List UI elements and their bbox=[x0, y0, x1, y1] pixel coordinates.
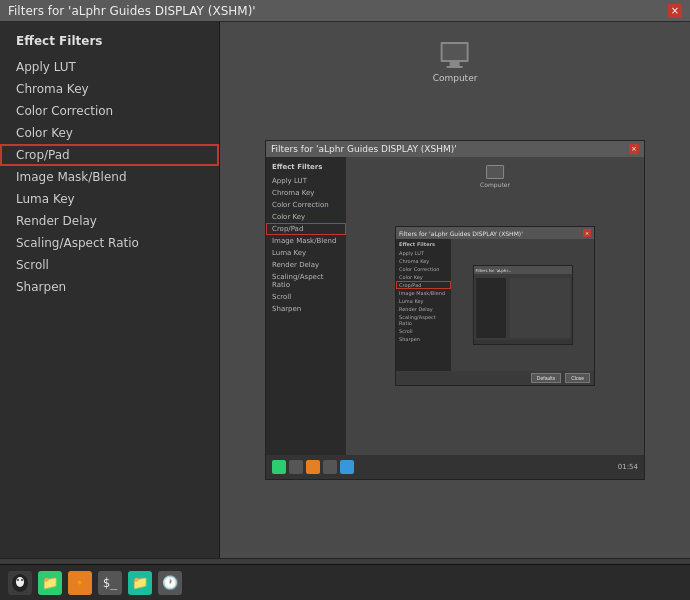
taskbar-icon-penguin[interactable] bbox=[8, 571, 32, 595]
window-title: Filters for 'aLphr Guides DISPLAY (XSHM)… bbox=[8, 4, 256, 18]
penguin-icon bbox=[10, 573, 30, 593]
inner-item-image-mask-blend[interactable]: Image Mask/Blend bbox=[266, 235, 346, 247]
mini-item-4[interactable]: Color Key bbox=[396, 273, 451, 281]
sidebar-item-apply-lut[interactable]: Apply LUT bbox=[0, 56, 219, 78]
mini-item-10[interactable]: Scroll bbox=[396, 327, 451, 335]
orange-icon: 🔸 bbox=[72, 575, 88, 590]
inner-tb-icon-4[interactable] bbox=[323, 460, 337, 474]
sidebar-item-render-delay[interactable]: Render Delay bbox=[0, 210, 219, 232]
inner-tb-icon-2[interactable] bbox=[289, 460, 303, 474]
system-taskbar: 📁 🔸 $_ 📁 🕐 bbox=[0, 564, 690, 600]
sidebar-item-color-correction[interactable]: Color Correction bbox=[0, 100, 219, 122]
mini-dialog: Filters for 'aLphr Guides DISPLAY (XSHM)… bbox=[395, 226, 595, 386]
sidebar-item-image-mask-blend[interactable]: Image Mask/Blend bbox=[0, 166, 219, 188]
effect-filters-sidebar: Effect Filters Apply LUT Chroma Key Colo… bbox=[0, 22, 220, 558]
title-bar: Filters for 'aLphr Guides DISPLAY (XSHM)… bbox=[0, 0, 690, 22]
inner-right-section: 01:54 bbox=[618, 463, 638, 471]
taskbar-icon-orange[interactable]: 🔸 bbox=[68, 571, 92, 595]
mini-dialog-buttons: Defaults Close bbox=[396, 371, 594, 385]
inner-item-sharpen[interactable]: Sharpen bbox=[266, 303, 346, 315]
inner-sidebar-title: Effect Filters bbox=[266, 161, 346, 175]
monitor-screen bbox=[441, 42, 469, 62]
dialog-body: Effect Filters Apply LUT Chroma Key Colo… bbox=[0, 22, 690, 558]
sidebar-item-sharpen[interactable]: Sharpen bbox=[0, 276, 219, 298]
inner-title-bar: Filters for 'aLphr Guides DISPLAY (XSHM)… bbox=[266, 141, 644, 157]
terminal-icon: $_ bbox=[103, 576, 117, 590]
sidebar-title: Effect Filters bbox=[0, 30, 219, 56]
monitor-base bbox=[447, 66, 463, 68]
inner-time-text: 01:54 bbox=[618, 463, 638, 471]
mini-main-area: Filters for 'aLphr... bbox=[451, 239, 594, 371]
inner-tb-icon-5[interactable] bbox=[340, 460, 354, 474]
mini-item-8[interactable]: Render Delay bbox=[396, 305, 451, 313]
sidebar-item-luma-key[interactable]: Luma Key bbox=[0, 188, 219, 210]
main-preview-area: Computer Filters for 'aLphr Guides DISPL… bbox=[220, 22, 690, 558]
inner-dialog-body: Effect Filters Apply LUT Chroma Key Colo… bbox=[266, 157, 644, 455]
inner-item-luma-key[interactable]: Luma Key bbox=[266, 247, 346, 259]
sidebar-item-scaling-aspect-ratio[interactable]: Scaling/Aspect Ratio bbox=[0, 232, 219, 254]
mini-item-9[interactable]: Scaling/Aspect Ratio bbox=[396, 313, 451, 327]
inner-item-color-correction[interactable]: Color Correction bbox=[266, 199, 346, 211]
files-icon: 📁 bbox=[42, 575, 58, 590]
inner-title-text: Filters for 'aLphr Guides DISPLAY (XSHM)… bbox=[271, 144, 457, 154]
mini-inner-dialog: Filters for 'aLphr... bbox=[473, 265, 573, 345]
inner-item-render-delay[interactable]: Render Delay bbox=[266, 259, 346, 271]
mini-close-icon[interactable]: × bbox=[583, 229, 591, 237]
desktop-icon-label: Computer bbox=[433, 73, 478, 83]
mini-defaults-button[interactable]: Defaults bbox=[531, 373, 561, 383]
inner-item-color-key[interactable]: Color Key bbox=[266, 211, 346, 223]
inner-item-scaling-aspect-ratio[interactable]: Scaling/Aspect Ratio bbox=[266, 271, 346, 291]
desktop-computer-icon: Computer bbox=[433, 42, 478, 83]
svg-point-1 bbox=[16, 577, 24, 587]
mini-inner-content bbox=[476, 278, 570, 338]
inner-bottom-bar: 01:54 bbox=[266, 455, 644, 479]
taskbar-icon-folder[interactable]: 📁 bbox=[128, 571, 152, 595]
taskbar-icon-files[interactable]: 📁 bbox=[38, 571, 62, 595]
inner-tb-icon-1[interactable] bbox=[272, 460, 286, 474]
inner-item-chroma-key[interactable]: Chroma Key bbox=[266, 187, 346, 199]
clock-icon: 🕐 bbox=[162, 575, 178, 590]
mini-item-2[interactable]: Chroma Key bbox=[396, 257, 451, 265]
mini-inner-title: Filters for 'aLphr... bbox=[474, 266, 572, 274]
mini-item-crop-pad[interactable]: Crop/Pad bbox=[396, 281, 451, 289]
mini-inner-sidebar bbox=[476, 278, 506, 338]
svg-point-3 bbox=[21, 579, 23, 581]
taskbar-icon-clock[interactable]: 🕐 bbox=[158, 571, 182, 595]
mini-title-bar: Filters for 'aLphr Guides DISPLAY (XSHM)… bbox=[396, 227, 594, 239]
inner-sidebar: Effect Filters Apply LUT Chroma Key Colo… bbox=[266, 157, 346, 455]
mini-sidebar-title: Effect Filters bbox=[396, 239, 451, 249]
mini-sidebar: Effect Filters Apply LUT Chroma Key Colo… bbox=[396, 239, 451, 371]
inner-taskbar-icons bbox=[272, 460, 354, 474]
mini-item-11[interactable]: Sharpen bbox=[396, 335, 451, 343]
sidebar-item-color-key[interactable]: Color Key bbox=[0, 122, 219, 144]
sidebar-item-scroll[interactable]: Scroll bbox=[0, 254, 219, 276]
mini-item-1[interactable]: Apply LUT bbox=[396, 249, 451, 257]
inner-item-apply-lut[interactable]: Apply LUT bbox=[266, 175, 346, 187]
inner-desktop-label: Computer bbox=[480, 181, 510, 188]
mini-close-button[interactable]: Close bbox=[565, 373, 590, 383]
svg-point-2 bbox=[17, 579, 19, 581]
monitor-icon bbox=[439, 42, 471, 70]
inner-tb-icon-3[interactable] bbox=[306, 460, 320, 474]
inner-close-icon[interactable]: × bbox=[629, 144, 639, 154]
folder-icon: 📁 bbox=[132, 575, 148, 590]
mini-inner-body bbox=[474, 274, 572, 340]
preview-dialog: Filters for 'aLphr Guides DISPLAY (XSHM)… bbox=[265, 140, 645, 480]
inner-item-crop-pad[interactable]: Crop/Pad bbox=[266, 223, 346, 235]
inner-desktop-icon: Computer bbox=[480, 165, 510, 188]
inner-main-area: Computer Filters for 'aLphr Guides DISPL… bbox=[346, 157, 644, 455]
inner-monitor-icon bbox=[486, 165, 504, 179]
taskbar-icon-terminal[interactable]: $_ bbox=[98, 571, 122, 595]
mini-body: Effect Filters Apply LUT Chroma Key Colo… bbox=[396, 239, 594, 371]
sidebar-item-crop-pad[interactable]: Crop/Pad bbox=[0, 144, 219, 166]
mini-item-7[interactable]: Luma Key bbox=[396, 297, 451, 305]
mini-inner-title-text: Filters for 'aLphr... bbox=[476, 268, 512, 273]
mini-item-6[interactable]: Image Mask/Blend bbox=[396, 289, 451, 297]
mini-inner-main bbox=[510, 278, 570, 338]
mini-title-text: Filters for 'aLphr Guides DISPLAY (XSHM)… bbox=[399, 230, 523, 237]
mini-item-3[interactable]: Color Correction bbox=[396, 265, 451, 273]
close-icon[interactable]: × bbox=[668, 4, 682, 18]
inner-item-scroll[interactable]: Scroll bbox=[266, 291, 346, 303]
sidebar-item-chroma-key[interactable]: Chroma Key bbox=[0, 78, 219, 100]
